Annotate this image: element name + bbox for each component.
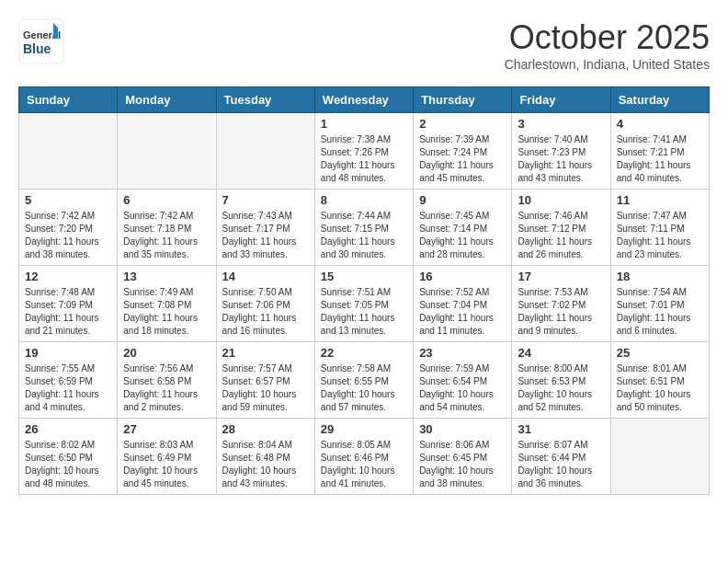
day-info: Sunrise: 8:06 AM Sunset: 6:45 PM Dayligh… xyxy=(419,439,506,490)
day-number: 30 xyxy=(419,422,506,436)
day-number: 31 xyxy=(518,422,604,436)
day-info: Sunrise: 8:07 AM Sunset: 6:44 PM Dayligh… xyxy=(518,439,604,490)
day-info: Sunrise: 7:48 AM Sunset: 7:09 PM Dayligh… xyxy=(25,286,111,338)
day-number: 3 xyxy=(518,117,604,131)
day-number: 15 xyxy=(321,270,407,283)
table-row: 27Sunrise: 8:03 AM Sunset: 6:49 PM Dayli… xyxy=(118,419,216,495)
day-number: 12 xyxy=(25,270,111,283)
table-row: 22Sunrise: 7:58 AM Sunset: 6:55 PM Dayli… xyxy=(314,342,413,419)
table-row: 13Sunrise: 7:49 AM Sunset: 7:08 PM Dayli… xyxy=(118,266,216,342)
day-number: 5 xyxy=(25,193,111,207)
day-info: Sunrise: 7:46 AM Sunset: 7:12 PM Dayligh… xyxy=(518,210,604,261)
table-row: 12Sunrise: 7:48 AM Sunset: 7:09 PM Dayli… xyxy=(19,266,118,342)
day-info: Sunrise: 7:39 AM Sunset: 7:24 PM Dayligh… xyxy=(419,133,506,185)
calendar-week-1: 1Sunrise: 7:38 AM Sunset: 7:26 PM Daylig… xyxy=(19,113,710,190)
location: Charlestown, Indiana, United States xyxy=(505,57,710,72)
month-title: October 2025 xyxy=(505,18,710,57)
day-number: 25 xyxy=(617,346,703,360)
table-row: 9Sunrise: 7:45 AM Sunset: 7:14 PM Daylig… xyxy=(414,190,512,266)
header-thursday: Thursday xyxy=(414,87,512,113)
day-info: Sunrise: 8:04 AM Sunset: 6:48 PM Dayligh… xyxy=(222,439,309,490)
day-info: Sunrise: 7:53 AM Sunset: 7:02 PM Dayligh… xyxy=(518,286,604,338)
day-number: 23 xyxy=(419,346,506,360)
header-wednesday: Wednesday xyxy=(314,87,413,113)
day-info: Sunrise: 7:43 AM Sunset: 7:17 PM Dayligh… xyxy=(222,210,309,261)
day-number: 26 xyxy=(25,422,111,436)
table-row xyxy=(19,113,118,190)
day-number: 24 xyxy=(518,346,604,360)
day-info: Sunrise: 7:50 AM Sunset: 7:06 PM Dayligh… xyxy=(222,286,309,338)
calendar-table: Sunday Monday Tuesday Wednesday Thursday… xyxy=(18,86,710,495)
header-monday: Monday xyxy=(118,87,216,113)
day-info: Sunrise: 8:02 AM Sunset: 6:50 PM Dayligh… xyxy=(25,439,111,490)
svg-text:Blue: Blue xyxy=(23,41,51,56)
table-row: 18Sunrise: 7:54 AM Sunset: 7:01 PM Dayli… xyxy=(610,266,709,342)
table-row: 10Sunrise: 7:46 AM Sunset: 7:12 PM Dayli… xyxy=(512,190,610,266)
day-number: 10 xyxy=(518,193,604,207)
table-row: 21Sunrise: 7:57 AM Sunset: 6:57 PM Dayli… xyxy=(216,342,314,419)
header-saturday: Saturday xyxy=(610,87,709,113)
calendar-week-3: 12Sunrise: 7:48 AM Sunset: 7:09 PM Dayli… xyxy=(19,266,710,342)
table-row: 24Sunrise: 8:00 AM Sunset: 6:53 PM Dayli… xyxy=(512,342,610,419)
logo: General Blue xyxy=(18,18,64,64)
day-info: Sunrise: 8:05 AM Sunset: 6:46 PM Dayligh… xyxy=(321,439,407,490)
day-number: 4 xyxy=(617,117,703,131)
logo-svg: General Blue xyxy=(18,18,64,64)
day-info: Sunrise: 8:00 AM Sunset: 6:53 PM Dayligh… xyxy=(518,362,604,414)
day-number: 20 xyxy=(123,346,210,360)
table-row: 23Sunrise: 7:59 AM Sunset: 6:54 PM Dayli… xyxy=(414,342,512,419)
title-section: October 2025 Charlestown, Indiana, Unite… xyxy=(505,18,710,72)
table-row: 29Sunrise: 8:05 AM Sunset: 6:46 PM Dayli… xyxy=(314,419,413,495)
table-row: 25Sunrise: 8:01 AM Sunset: 6:51 PM Dayli… xyxy=(610,342,709,419)
day-info: Sunrise: 7:56 AM Sunset: 6:58 PM Dayligh… xyxy=(123,362,210,414)
table-row: 28Sunrise: 8:04 AM Sunset: 6:48 PM Dayli… xyxy=(216,419,314,495)
day-info: Sunrise: 7:51 AM Sunset: 7:05 PM Dayligh… xyxy=(321,286,407,338)
calendar-week-5: 26Sunrise: 8:02 AM Sunset: 6:50 PM Dayli… xyxy=(19,419,710,495)
day-number: 14 xyxy=(222,270,309,283)
day-info: Sunrise: 7:52 AM Sunset: 7:04 PM Dayligh… xyxy=(419,286,506,338)
header-friday: Friday xyxy=(512,87,610,113)
day-info: Sunrise: 7:45 AM Sunset: 7:14 PM Dayligh… xyxy=(419,210,506,261)
day-number: 18 xyxy=(617,270,703,283)
table-row: 26Sunrise: 8:02 AM Sunset: 6:50 PM Dayli… xyxy=(19,419,118,495)
table-row: 30Sunrise: 8:06 AM Sunset: 6:45 PM Dayli… xyxy=(414,419,512,495)
day-number: 9 xyxy=(419,193,506,207)
day-info: Sunrise: 7:42 AM Sunset: 7:20 PM Dayligh… xyxy=(25,210,111,261)
day-number: 17 xyxy=(518,270,604,283)
page-header: General Blue October 2025 Charlestown, I… xyxy=(18,18,710,72)
table-row: 11Sunrise: 7:47 AM Sunset: 7:11 PM Dayli… xyxy=(610,190,709,266)
table-row: 1Sunrise: 7:38 AM Sunset: 7:26 PM Daylig… xyxy=(314,113,413,190)
calendar-header-row: Sunday Monday Tuesday Wednesday Thursday… xyxy=(19,87,710,113)
day-info: Sunrise: 7:47 AM Sunset: 7:11 PM Dayligh… xyxy=(617,210,703,261)
day-number: 8 xyxy=(321,193,407,207)
table-row: 15Sunrise: 7:51 AM Sunset: 7:05 PM Dayli… xyxy=(314,266,413,342)
day-number: 16 xyxy=(419,270,506,283)
calendar-week-4: 19Sunrise: 7:55 AM Sunset: 6:59 PM Dayli… xyxy=(19,342,710,419)
day-info: Sunrise: 7:55 AM Sunset: 6:59 PM Dayligh… xyxy=(25,362,111,414)
day-number: 7 xyxy=(222,193,309,207)
table-row: 16Sunrise: 7:52 AM Sunset: 7:04 PM Dayli… xyxy=(414,266,512,342)
day-number: 11 xyxy=(617,193,703,207)
day-info: Sunrise: 7:57 AM Sunset: 6:57 PM Dayligh… xyxy=(222,362,309,414)
day-info: Sunrise: 7:59 AM Sunset: 6:54 PM Dayligh… xyxy=(419,362,506,414)
table-row: 6Sunrise: 7:42 AM Sunset: 7:18 PM Daylig… xyxy=(118,190,216,266)
day-number: 19 xyxy=(25,346,111,360)
table-row: 31Sunrise: 8:07 AM Sunset: 6:44 PM Dayli… xyxy=(512,419,610,495)
day-number: 6 xyxy=(123,193,210,207)
table-row: 20Sunrise: 7:56 AM Sunset: 6:58 PM Dayli… xyxy=(118,342,216,419)
day-info: Sunrise: 7:44 AM Sunset: 7:15 PM Dayligh… xyxy=(321,210,407,261)
table-row xyxy=(610,419,709,495)
table-row: 14Sunrise: 7:50 AM Sunset: 7:06 PM Dayli… xyxy=(216,266,314,342)
table-row: 3Sunrise: 7:40 AM Sunset: 7:23 PM Daylig… xyxy=(512,113,610,190)
day-info: Sunrise: 7:41 AM Sunset: 7:21 PM Dayligh… xyxy=(617,133,703,185)
day-info: Sunrise: 7:58 AM Sunset: 6:55 PM Dayligh… xyxy=(321,362,407,414)
header-sunday: Sunday xyxy=(19,87,118,113)
table-row: 2Sunrise: 7:39 AM Sunset: 7:24 PM Daylig… xyxy=(414,113,512,190)
day-number: 1 xyxy=(321,117,407,131)
table-row: 19Sunrise: 7:55 AM Sunset: 6:59 PM Dayli… xyxy=(19,342,118,419)
day-info: Sunrise: 8:01 AM Sunset: 6:51 PM Dayligh… xyxy=(617,362,703,414)
table-row: 17Sunrise: 7:53 AM Sunset: 7:02 PM Dayli… xyxy=(512,266,610,342)
day-number: 27 xyxy=(123,422,210,436)
day-info: Sunrise: 7:38 AM Sunset: 7:26 PM Dayligh… xyxy=(321,133,407,185)
day-info: Sunrise: 7:49 AM Sunset: 7:08 PM Dayligh… xyxy=(123,286,210,338)
